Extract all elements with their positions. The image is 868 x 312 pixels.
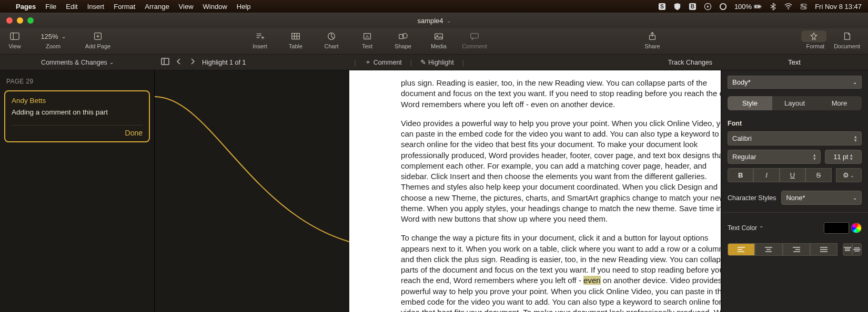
menu-insert[interactable]: Insert bbox=[87, 3, 105, 11]
bluetooth-icon[interactable] bbox=[769, 3, 777, 11]
minimize-window-button[interactable] bbox=[17, 17, 23, 24]
zoom-control[interactable]: 125%⌄ Zoom bbox=[29, 30, 77, 49]
play-circle-icon[interactable] bbox=[704, 3, 712, 11]
secondary-toolbar: Comments & Changes ⌄ Highlight 1 of 1 | … bbox=[0, 55, 868, 70]
add-comment-button[interactable]: ＋Comment bbox=[365, 58, 402, 67]
add-page-button[interactable]: Add Page bbox=[77, 30, 119, 49]
tab-layout[interactable]: Layout bbox=[772, 96, 817, 110]
thumbnails-toggle[interactable] bbox=[161, 57, 169, 67]
chart-button[interactable]: Chart bbox=[316, 30, 347, 49]
text-color-swatch[interactable] bbox=[824, 222, 849, 234]
menu-file[interactable]: File bbox=[45, 3, 56, 11]
next-highlight-button[interactable] bbox=[188, 57, 197, 67]
align-right-button[interactable] bbox=[783, 243, 810, 256]
media-label: Media bbox=[431, 43, 447, 49]
track-changes-button[interactable]: Track Changes bbox=[668, 59, 712, 66]
zoom-label: Zoom bbox=[46, 43, 60, 49]
align-middle-button[interactable] bbox=[852, 243, 862, 256]
font-family-value: Calibri bbox=[732, 134, 752, 142]
color-wheel-button[interactable] bbox=[851, 223, 862, 233]
paragraph-style-dropdown[interactable]: Body* ⌄ bbox=[728, 76, 862, 89]
insert-label: Insert bbox=[253, 43, 267, 49]
view-button[interactable]: View bbox=[0, 30, 29, 49]
menu-help[interactable]: Help bbox=[237, 3, 251, 11]
share-button[interactable]: Share bbox=[637, 30, 668, 49]
highlight-button[interactable]: ✎Highlight bbox=[420, 58, 454, 66]
highlight-counter: Highlight 1 of 1 bbox=[202, 59, 246, 66]
menu-view[interactable]: View bbox=[179, 3, 194, 11]
svg-point-5 bbox=[720, 3, 726, 9]
chevron-down-icon: ⌄ bbox=[850, 173, 854, 178]
insert-button[interactable]: Insert bbox=[244, 30, 276, 49]
comment-author: Andy Betts bbox=[12, 97, 143, 105]
font-family-dropdown[interactable]: Calibri ▴▾ bbox=[728, 131, 862, 145]
shape-button[interactable]: Shape bbox=[387, 30, 419, 49]
macos-menubar: Pages File Edit Insert Format Arrange Vi… bbox=[0, 0, 868, 13]
character-styles-dropdown[interactable]: None* ⌄ bbox=[781, 191, 862, 205]
shape-label: Shape bbox=[395, 43, 411, 49]
table-button[interactable]: Table bbox=[280, 30, 311, 49]
highlighted-text[interactable]: even bbox=[583, 276, 601, 285]
status-letter-b-icon[interactable]: B bbox=[689, 3, 697, 11]
inspector-tabs: Style Layout More bbox=[728, 96, 862, 110]
italic-button[interactable]: I bbox=[753, 168, 779, 182]
menubar-clock[interactable]: Fri Nov 8 13:47 bbox=[815, 3, 862, 11]
menu-arrange[interactable]: Arrange bbox=[145, 3, 169, 11]
comment-body: Adding a comment on this part bbox=[12, 108, 143, 118]
prev-highlight-button[interactable] bbox=[175, 57, 183, 67]
svg-text:S: S bbox=[660, 4, 664, 9]
tab-more[interactable]: More bbox=[817, 96, 862, 110]
menu-format[interactable]: Format bbox=[114, 3, 135, 11]
font-size-value: 11 pt bbox=[834, 153, 849, 161]
document-title[interactable]: sample4 ⌄ bbox=[417, 17, 450, 25]
align-justify-button[interactable] bbox=[810, 243, 837, 256]
menu-window[interactable]: Window bbox=[203, 3, 227, 11]
tab-style[interactable]: Style bbox=[728, 96, 772, 110]
page-indicator: PAGE 29 bbox=[6, 78, 150, 85]
comment-button[interactable]: Comment bbox=[459, 30, 490, 49]
font-weight-dropdown[interactable]: Regular ▴▾ bbox=[728, 150, 821, 164]
svg-text:A: A bbox=[366, 34, 369, 39]
circle-icon[interactable] bbox=[719, 3, 727, 11]
document-button[interactable]: Document bbox=[831, 30, 863, 49]
close-window-button[interactable] bbox=[6, 17, 13, 24]
control-center-icon[interactable] bbox=[800, 3, 808, 11]
svg-rect-37 bbox=[162, 58, 169, 65]
font-section-label: Font bbox=[728, 120, 862, 127]
app-menu[interactable]: Pages bbox=[16, 3, 36, 11]
status-letter-s-icon[interactable]: S bbox=[658, 3, 666, 11]
menu-edit[interactable]: Edit bbox=[66, 3, 77, 11]
document-canvas[interactable]: plus sign. Reading is easier, too, in th… bbox=[155, 70, 721, 312]
paragraph[interactable]: Video provides a powerful way to help yo… bbox=[401, 118, 721, 225]
font-size-stepper[interactable]: 11 pt ▴▾ bbox=[825, 150, 862, 164]
format-button[interactable]: Format bbox=[800, 30, 831, 49]
align-top-button[interactable] bbox=[843, 243, 852, 256]
chevron-down-icon: ⌄ bbox=[853, 195, 857, 201]
shield-icon[interactable] bbox=[673, 3, 681, 11]
comments-changes-dropdown[interactable]: Comments & Changes ⌄ bbox=[0, 59, 155, 66]
chevron-down-icon: ⌄ bbox=[109, 59, 114, 65]
document-label: Document bbox=[834, 43, 860, 49]
strikethrough-button[interactable]: S bbox=[805, 168, 831, 182]
text-button[interactable]: A Text bbox=[351, 30, 383, 49]
character-styles-label: Character Styles bbox=[728, 194, 776, 202]
comment-done-button[interactable]: Done bbox=[12, 125, 143, 137]
text-color-label: Text Color ⌃ bbox=[728, 224, 763, 232]
paragraph[interactable]: plus sign. Reading is easier, too, in th… bbox=[401, 78, 721, 110]
paragraph[interactable]: To change the way a picture fits in your… bbox=[401, 233, 721, 312]
underline-button[interactable]: U bbox=[780, 168, 805, 182]
comment-card[interactable]: Andy Betts Adding a comment on this part… bbox=[4, 90, 150, 142]
bold-button[interactable]: B bbox=[728, 168, 753, 182]
chevron-down-icon: ⌄ bbox=[853, 79, 857, 85]
text-options-button[interactable]: ⚙⌄ bbox=[836, 168, 862, 182]
battery-status[interactable]: 100% bbox=[734, 3, 762, 11]
zoom-window-button[interactable] bbox=[27, 17, 34, 24]
disclosure-icon[interactable]: ⌃ bbox=[759, 225, 763, 231]
wifi-icon[interactable] bbox=[784, 3, 792, 11]
svg-rect-8 bbox=[761, 6, 761, 7]
align-left-button[interactable] bbox=[728, 243, 755, 256]
svg-rect-35 bbox=[471, 34, 479, 38]
document-page[interactable]: plus sign. Reading is easier, too, in th… bbox=[349, 70, 721, 312]
media-button[interactable]: Media bbox=[423, 30, 455, 49]
align-center-button[interactable] bbox=[755, 243, 782, 256]
